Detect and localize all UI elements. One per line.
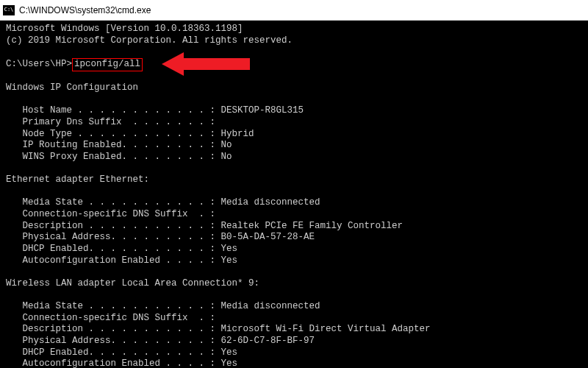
wlan-row: Description . . . . . . . . . . . : Micr…: [6, 324, 431, 334]
wlan-row: Media State . . . . . . . . . . . : Medi…: [6, 301, 320, 311]
section-ipconfig-header: Windows IP Configuration: [6, 82, 138, 93]
prompt-line: C:\Users\HP>ipconfig/all: [6, 58, 143, 71]
cmd-window: C:\WINDOWS\system32\cmd.exe Microsoft Wi…: [0, 0, 588, 368]
ethernet-row: Physical Address. . . . . . . . . : B0-5…: [6, 232, 315, 242]
wlan-row: Autoconfiguration Enabled . . . . : Yes: [6, 358, 237, 368]
copyright-line: (c) 2019 Microsoft Corporation. All righ…: [6, 35, 293, 46]
titlebar-text: C:\WINDOWS\system32\cmd.exe: [19, 5, 151, 15]
ethernet-row: Connection-specific DNS Suffix . :: [6, 209, 215, 219]
ipconfig-row: Primary Dns Suffix . . . . . . . :: [6, 117, 215, 127]
ethernet-row: DHCP Enabled. . . . . . . . . . . : Yes: [6, 244, 237, 254]
section-ethernet-header: Ethernet adapter Ethernet:: [6, 174, 149, 185]
command-text: ipconfig/all: [74, 59, 140, 69]
ethernet-row: Description . . . . . . . . . . . : Real…: [6, 221, 403, 231]
wlan-row: DHCP Enabled. . . . . . . . . . . : Yes: [6, 347, 237, 358]
ipconfig-row: WINS Proxy Enabled. . . . . . . . : No: [6, 152, 232, 162]
titlebar[interactable]: C:\WINDOWS\system32\cmd.exe: [0, 0, 588, 21]
ethernet-row: Autoconfiguration Enabled . . . . : Yes: [6, 255, 237, 266]
wlan-row: Connection-specific DNS Suffix . :: [6, 313, 215, 323]
wlan-row: Physical Address. . . . . . . . . : 62-6…: [6, 336, 315, 346]
version-line: Microsoft Windows [Version 10.0.18363.11…: [6, 24, 243, 34]
ethernet-row: Media State . . . . . . . . . . . : Medi…: [6, 197, 320, 208]
ipconfig-row: Host Name . . . . . . . . . . . . : DESK…: [6, 105, 304, 116]
cmd-icon: [3, 5, 15, 15]
prompt-path: C:\Users\HP>: [6, 59, 72, 69]
ipconfig-row: Node Type . . . . . . . . . . . . : Hybr…: [6, 129, 254, 139]
section-wlan-header: Wireless LAN adapter Local Area Connecti…: [6, 278, 259, 289]
command-highlight: ipconfig/all: [72, 58, 143, 71]
ipconfig-row: IP Routing Enabled. . . . . . . . : No: [6, 140, 232, 150]
terminal-output[interactable]: Microsoft Windows [Version 10.0.18363.11…: [0, 21, 588, 368]
